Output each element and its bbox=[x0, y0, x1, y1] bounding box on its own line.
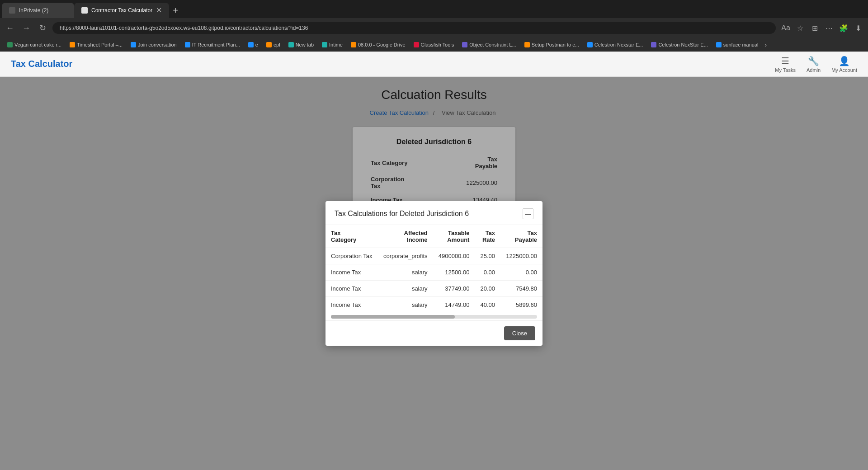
bookmark-favicon-epl bbox=[266, 42, 272, 47]
bookmark-label-epl: epl bbox=[274, 42, 280, 47]
bookmark-timesheet[interactable]: Timesheet Portal –... bbox=[66, 41, 126, 48]
tab-favicon-inprivate bbox=[9, 7, 15, 14]
modal-header-payable: TaxPayable bbox=[500, 225, 542, 248]
my-tasks-action[interactable]: ☰ My Tasks bbox=[775, 56, 796, 73]
app-body: Calcuation Results Create Tax Calculatio… bbox=[0, 77, 868, 470]
modal-header-affected: AffectedIncome bbox=[378, 225, 433, 248]
bookmark-favicon-join bbox=[131, 42, 136, 47]
bookmark-label-join: Join conversation bbox=[138, 42, 177, 47]
modal-header-category: TaxCategory bbox=[326, 225, 378, 248]
bookmark-label-timesheet: Timesheet Portal –... bbox=[77, 42, 123, 47]
tab-inprivate[interactable]: InPrivate (2) bbox=[2, 3, 74, 18]
bookmark-label-glassfish: Glassfish Tools bbox=[421, 42, 454, 47]
tab-group: InPrivate (2) Contractor Tax Calculator … bbox=[2, 3, 182, 18]
modal-cell-payable-1: 0.00 bbox=[500, 264, 542, 281]
bookmark-celestron2[interactable]: Celestron NexStar E... bbox=[647, 41, 711, 48]
extensions-icon[interactable]: 🧩 bbox=[837, 22, 850, 34]
modal-cell-taxable-0: 4900000.00 bbox=[433, 248, 475, 264]
bookmark-label-objconstraint: Object Constraint L... bbox=[469, 42, 516, 47]
bookmark-surface[interactable]: sunface manual bbox=[712, 41, 762, 48]
modal-scrollbar-thumb bbox=[331, 315, 455, 319]
tab-title-inprivate: InPrivate (2) bbox=[19, 7, 67, 14]
modal-row-0: Corporation Tax corporate_profits 490000… bbox=[326, 248, 542, 264]
modal-title: Tax Calculations for Deleted Jurisdictio… bbox=[335, 210, 469, 218]
modal-header-rate: TaxRate bbox=[475, 225, 500, 248]
bookmark-objectconstraint[interactable]: Object Constraint L... bbox=[458, 41, 519, 48]
modal-close-button[interactable]: — bbox=[523, 208, 533, 219]
my-account-action[interactable]: 👤 My Account bbox=[831, 56, 857, 73]
bookmark-favicon-vegan bbox=[7, 42, 13, 47]
bookmark-favicon-celestron1 bbox=[587, 42, 593, 47]
my-tasks-icon: ☰ bbox=[781, 56, 789, 66]
bookmark-favicon-it bbox=[185, 42, 190, 47]
bookmark-vegan[interactable]: Vegan carrot cake r... bbox=[4, 41, 65, 48]
modal-cell-rate-2: 20.00 bbox=[475, 281, 500, 297]
app-container: Tax Calculator ☰ My Tasks 🔧 Admin 👤 My A… bbox=[0, 52, 868, 470]
header-actions: ☰ My Tasks 🔧 Admin 👤 My Account bbox=[775, 56, 857, 73]
collections-icon[interactable]: ⊞ bbox=[808, 22, 821, 34]
bookmark-label-newtab: New tab bbox=[296, 42, 314, 47]
bookmarks-more-button[interactable]: › bbox=[763, 40, 769, 49]
modal-header-taxable: TaxableAmount bbox=[433, 225, 475, 248]
bookmark-setuppostman[interactable]: Setup Postman to c... bbox=[521, 41, 583, 48]
modal: Tax Calculations for Deleted Jurisdictio… bbox=[326, 201, 542, 346]
modal-scrollbar[interactable] bbox=[326, 313, 542, 320]
read-icon[interactable]: Aa bbox=[779, 22, 792, 34]
bookmark-favicon-celestron2 bbox=[651, 42, 656, 47]
forward-button[interactable]: → bbox=[20, 22, 33, 34]
modal-header: Tax Calculations for Deleted Jurisdictio… bbox=[326, 201, 542, 225]
tab-favicon-contractor bbox=[81, 7, 88, 14]
bookmark-newtab[interactable]: New tab bbox=[285, 41, 317, 48]
modal-cell-affected-2: salary bbox=[378, 281, 433, 297]
bookmark-favicon-glassfish bbox=[414, 42, 419, 47]
tab-title-contractor: Contractor Tax Calculator bbox=[91, 7, 152, 14]
app-header: Tax Calculator ☰ My Tasks 🔧 Admin 👤 My A… bbox=[0, 52, 868, 77]
refresh-button[interactable]: ↻ bbox=[36, 22, 49, 34]
bookmarks-bar: Vegan carrot cake r... Timesheet Portal … bbox=[0, 38, 868, 52]
address-bar-row: ← → ↻ Aa ☆ ⊞ ⋯ 🧩 ⬇ bbox=[0, 18, 868, 38]
bookmark-epl[interactable]: epl bbox=[263, 41, 284, 48]
admin-action[interactable]: 🔧 Admin bbox=[807, 56, 821, 73]
modal-close-footer-button[interactable]: Close bbox=[504, 326, 535, 340]
bookmark-celestron1[interactable]: Celestron Nexstar E... bbox=[584, 41, 647, 48]
bookmark-label-celestron2: Celestron NexStar E... bbox=[658, 42, 708, 47]
bookmark-favicon-objconstraint bbox=[462, 42, 467, 47]
tab-close-btn[interactable]: ✕ bbox=[156, 7, 162, 14]
bookmark-favicon-surface bbox=[716, 42, 722, 47]
bookmark-label-vegan: Vegan carrot cake r... bbox=[14, 42, 61, 47]
bookmark-label-surface: sunface manual bbox=[723, 42, 759, 47]
my-account-label: My Account bbox=[831, 67, 857, 73]
bookmark-google[interactable]: 08.0.0 - Google Drive bbox=[347, 41, 409, 48]
modal-table: TaxCategory AffectedIncome TaxableAmount… bbox=[326, 225, 542, 313]
bookmark-intime[interactable]: Intime bbox=[318, 41, 346, 48]
star-icon[interactable]: ☆ bbox=[794, 22, 807, 34]
tab-contractor[interactable]: Contractor Tax Calculator ✕ bbox=[74, 3, 169, 18]
modal-cell-rate-3: 40.00 bbox=[475, 297, 500, 313]
modal-cell-taxable-3: 14749.00 bbox=[433, 297, 475, 313]
bookmark-label-it: IT Recruitment Plan... bbox=[192, 42, 240, 47]
modal-cell-affected-1: salary bbox=[378, 264, 433, 281]
modal-overlay[interactable]: Tax Calculations for Deleted Jurisdictio… bbox=[0, 77, 868, 470]
modal-cell-payable-2: 7549.80 bbox=[500, 281, 542, 297]
bookmark-word[interactable]: e bbox=[245, 41, 262, 48]
modal-cell-payable-3: 5899.60 bbox=[500, 297, 542, 313]
bookmark-glassfish[interactable]: Glassfish Tools bbox=[410, 41, 458, 48]
modal-cell-rate-0: 25.00 bbox=[475, 248, 500, 264]
logo-plain: Tax bbox=[11, 59, 28, 69]
bookmark-join[interactable]: Join conversation bbox=[127, 41, 180, 48]
tab-bar: InPrivate (2) Contractor Tax Calculator … bbox=[0, 0, 868, 18]
modal-row-1: Income Tax salary 12500.00 0.00 0.00 bbox=[326, 264, 542, 281]
download-icon[interactable]: ⬇ bbox=[852, 22, 864, 34]
bookmark-favicon-intime bbox=[322, 42, 327, 47]
bookmark-itrecruitment[interactable]: IT Recruitment Plan... bbox=[181, 41, 244, 48]
my-account-icon: 👤 bbox=[839, 56, 850, 66]
address-bar[interactable] bbox=[52, 22, 776, 34]
bookmark-favicon-google bbox=[351, 42, 356, 47]
back-button[interactable]: ← bbox=[4, 22, 16, 34]
modal-footer: Close bbox=[326, 320, 542, 346]
new-tab-button[interactable]: + bbox=[169, 4, 182, 18]
bookmark-favicon-newtab bbox=[288, 42, 294, 47]
settings-icon[interactable]: ⋯ bbox=[823, 22, 835, 34]
modal-cell-taxable-1: 12500.00 bbox=[433, 264, 475, 281]
my-tasks-label: My Tasks bbox=[775, 67, 796, 73]
